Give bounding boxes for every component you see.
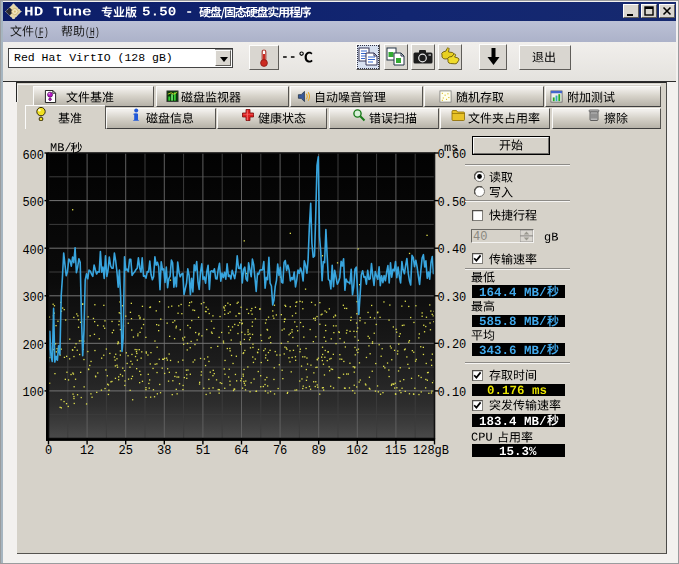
svg-text:0.20: 0.20 [438, 338, 467, 352]
svg-text:100: 100 [22, 386, 44, 400]
svg-text:300: 300 [22, 291, 44, 305]
svg-text:115: 115 [385, 444, 407, 458]
svg-text:400: 400 [22, 244, 44, 258]
svg-text:0.30: 0.30 [438, 291, 467, 305]
svg-text:0: 0 [45, 444, 52, 458]
svg-text:25: 25 [118, 444, 132, 458]
svg-text:102: 102 [346, 444, 368, 458]
svg-text:500: 500 [22, 196, 44, 210]
svg-text:0.50: 0.50 [438, 196, 467, 210]
svg-text:51: 51 [196, 444, 210, 458]
svg-text:0.60: 0.60 [438, 148, 467, 162]
svg-text:600: 600 [22, 149, 44, 163]
svg-text:0.10: 0.10 [438, 386, 467, 400]
svg-text:89: 89 [311, 444, 325, 458]
svg-text:38: 38 [157, 444, 171, 458]
svg-text:12: 12 [80, 444, 94, 458]
svg-text:128gB: 128gB [413, 444, 449, 458]
svg-text:64: 64 [234, 444, 248, 458]
svg-text:0.40: 0.40 [438, 243, 467, 257]
svg-text:76: 76 [273, 444, 287, 458]
svg-text:200: 200 [22, 339, 44, 353]
